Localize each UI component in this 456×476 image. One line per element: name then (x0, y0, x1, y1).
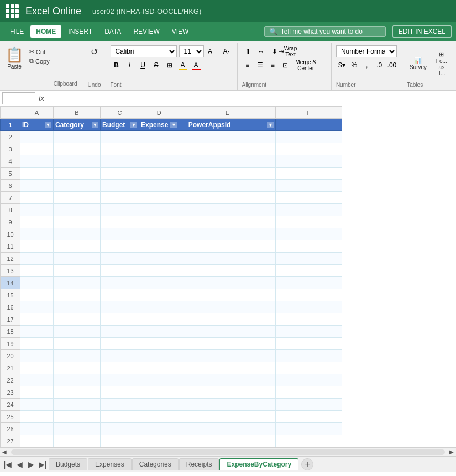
table-cell[interactable] (101, 435, 139, 447)
table-cell[interactable] (276, 216, 342, 228)
table-cell[interactable] (101, 216, 139, 228)
table-cell[interactable] (20, 313, 54, 326)
table-cell[interactable] (276, 119, 342, 131)
table-cell[interactable] (139, 411, 179, 423)
waffle-icon[interactable] (6, 4, 19, 18)
table-cell[interactable] (179, 374, 276, 386)
table-cell[interactable] (179, 289, 276, 301)
table-cell[interactable] (101, 131, 139, 143)
table-cell[interactable]: Budget▼ (101, 119, 139, 131)
table-cell[interactable] (276, 277, 342, 289)
percent-button[interactable]: % (349, 59, 360, 71)
table-cell[interactable] (179, 399, 276, 411)
table-cell[interactable] (20, 192, 54, 204)
table-cell[interactable] (101, 399, 139, 411)
table-cell[interactable] (20, 155, 54, 168)
table-cell[interactable] (101, 204, 139, 216)
table-cell[interactable] (20, 131, 54, 143)
table-cell[interactable] (20, 435, 54, 447)
table-cell[interactable] (20, 168, 54, 180)
decrease-font-button[interactable]: A- (221, 45, 233, 57)
table-cell[interactable] (101, 253, 139, 265)
col-header-b[interactable]: B (54, 107, 101, 119)
table-cell[interactable] (139, 265, 179, 277)
table-cell[interactable] (179, 362, 276, 374)
table-cell[interactable] (179, 204, 276, 216)
table-cell[interactable] (276, 204, 342, 216)
number-format-select[interactable]: Number Format (336, 45, 397, 57)
borders-button[interactable]: ⊞ (164, 59, 176, 71)
undo-button[interactable]: ↺ (87, 45, 102, 58)
tab-budgets[interactable]: Budgets (49, 458, 87, 470)
table-cell[interactable] (20, 374, 54, 386)
table-cell[interactable] (139, 131, 179, 143)
table-cell[interactable] (139, 313, 179, 326)
filter-dropdown-icon[interactable]: ▼ (267, 122, 274, 128)
table-cell[interactable] (20, 399, 54, 411)
tab-nav-last[interactable]: ▶| (37, 459, 48, 470)
cut-button[interactable]: ✂ Cut (28, 48, 51, 56)
table-cell[interactable] (179, 423, 276, 435)
table-cell[interactable]: ID▼ (20, 119, 54, 131)
table-cell[interactable] (20, 180, 54, 192)
table-cell[interactable] (139, 301, 179, 313)
table-cell[interactable] (20, 386, 54, 399)
table-cell[interactable] (54, 350, 101, 362)
table-cell[interactable] (179, 435, 276, 447)
table-cell[interactable] (276, 338, 342, 350)
table-cell[interactable] (101, 313, 139, 326)
table-cell[interactable] (179, 216, 276, 228)
align-middle-button[interactable]: ↔ (255, 45, 268, 57)
col-header-a[interactable]: A (20, 107, 54, 119)
underline-button[interactable]: U (137, 59, 149, 71)
table-cell[interactable] (101, 228, 139, 240)
horizontal-scroll[interactable]: ◀ ▶ (0, 447, 456, 456)
table-cell[interactable] (101, 168, 139, 180)
table-cell[interactable] (276, 253, 342, 265)
table-cell[interactable] (20, 301, 54, 313)
tab-expenses[interactable]: Expenses (88, 458, 132, 470)
table-cell[interactable] (54, 338, 101, 350)
table-cell[interactable] (20, 411, 54, 423)
table-cell[interactable]: Expense▼ (139, 119, 179, 131)
table-cell[interactable] (179, 350, 276, 362)
formula-input[interactable] (48, 95, 454, 102)
italic-button[interactable]: I (124, 59, 136, 71)
table-cell[interactable] (54, 253, 101, 265)
table-cell[interactable] (139, 192, 179, 204)
filter-dropdown-icon[interactable]: ▼ (130, 122, 137, 128)
table-cell[interactable] (54, 313, 101, 326)
table-cell[interactable] (20, 240, 54, 253)
table-cell[interactable] (139, 374, 179, 386)
tell-me-box[interactable]: 🔍 Tell me what you want to do (264, 26, 386, 37)
table-cell[interactable] (276, 180, 342, 192)
format-as-table-button[interactable]: ⊞ Fo...as T... (432, 45, 452, 82)
menu-review[interactable]: REVIEW (128, 25, 165, 38)
table-cell[interactable] (54, 180, 101, 192)
table-cell[interactable] (101, 192, 139, 204)
table-cell[interactable] (276, 423, 342, 435)
table-cell[interactable] (276, 435, 342, 447)
table-cell[interactable] (139, 253, 179, 265)
table-cell[interactable] (54, 240, 101, 253)
table-cell[interactable] (101, 362, 139, 374)
table-cell[interactable] (139, 386, 179, 399)
scroll-left-button[interactable]: ◀ (0, 448, 9, 457)
table-cell[interactable] (179, 143, 276, 155)
table-cell[interactable] (276, 155, 342, 168)
table-cell[interactable] (139, 350, 179, 362)
table-cell[interactable] (179, 253, 276, 265)
table-cell[interactable] (276, 374, 342, 386)
tab-nav-next[interactable]: ▶ (25, 459, 36, 470)
table-cell[interactable] (179, 313, 276, 326)
table-cell[interactable] (179, 386, 276, 399)
table-cell[interactable] (20, 423, 54, 435)
table-cell[interactable] (20, 253, 54, 265)
table-cell[interactable] (54, 131, 101, 143)
table-cell[interactable] (179, 326, 276, 338)
table-cell[interactable] (276, 131, 342, 143)
filter-dropdown-icon[interactable]: ▼ (45, 122, 51, 128)
table-cell[interactable] (139, 399, 179, 411)
table-cell[interactable] (139, 168, 179, 180)
table-cell[interactable] (276, 362, 342, 374)
